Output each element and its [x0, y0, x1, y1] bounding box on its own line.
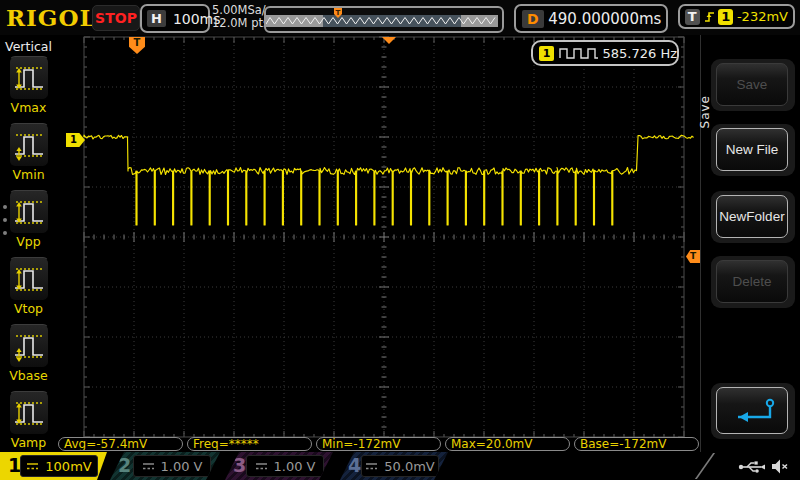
memory-preview-wave: T: [266, 8, 498, 29]
channel-scale-box: 1.00 V: [133, 455, 211, 477]
horizontal-timebase-box[interactable]: H 100ms: [140, 4, 210, 33]
channel-scale-box: 1.00 V: [246, 455, 324, 477]
softkey-well: Save: [711, 59, 795, 111]
bottom-bar-divider: [695, 453, 715, 479]
trigger-level-value: -232mV: [737, 9, 788, 24]
left-menu-title: Vertical: [0, 39, 57, 54]
measurement-freq: Freq=*****: [187, 437, 312, 451]
usb-icon: [738, 459, 766, 474]
vertical-item-vamp[interactable]: Vamp: [0, 391, 57, 456]
channel-number: 4: [348, 454, 361, 476]
dc-coupling-icon: [142, 462, 155, 471]
square-wave-icon: [559, 46, 598, 60]
measure-item-label: Vamp: [0, 435, 57, 450]
measurement-results-bar: Avg=-57.4mVFreq=*****Min=-172mVMax=20.0m…: [58, 437, 699, 451]
channel-number: 2: [118, 454, 131, 476]
vertical-item-vtop[interactable]: Vtop: [0, 257, 57, 322]
vmin-measure-icon: [9, 123, 49, 167]
measure-item-label: Vtop: [0, 301, 57, 316]
trigger-delay-box[interactable]: D 490.000000ms: [514, 4, 668, 33]
measure-item-label: Vmax: [0, 100, 57, 115]
trigger-status-box[interactable]: T 1 -232mV: [678, 4, 795, 29]
channel-scale-value: 1.00 V: [161, 459, 203, 474]
dc-coupling-icon: [26, 462, 39, 471]
memory-depth: 12.0M pts: [212, 17, 272, 30]
back-button-well: [711, 383, 795, 439]
channel-3-tab[interactable]: 31.00 V: [225, 452, 333, 480]
measure-item-label: Vpp: [0, 234, 57, 249]
softkey-well: Delete: [711, 256, 795, 308]
frequency-counter: 1 585.726 Hz: [531, 40, 679, 66]
graticule-and-trace: [57, 35, 700, 452]
vbase-measure-icon: [9, 324, 49, 368]
vertical-item-vmax[interactable]: Vmax: [0, 56, 57, 121]
dc-coupling-icon: [365, 462, 378, 471]
vtop-measure-icon: [9, 257, 49, 301]
menu-back-button[interactable]: [716, 387, 788, 434]
channel-scale-value: 100mV: [45, 459, 91, 474]
vpp-measure-icon: [9, 190, 49, 234]
save-menu: Save SaveNew FileNewFolderDelete: [700, 35, 800, 452]
vmax-measure-icon: [9, 56, 49, 100]
measurement-max: Max=20.0mV: [445, 437, 570, 451]
channel-scale-box: 100mV: [20, 455, 98, 477]
vertical-item-vmin[interactable]: Vmin: [0, 123, 57, 188]
freq-counter-value: 585.726 Hz: [603, 46, 678, 61]
measure-item-label: Vmin: [0, 167, 57, 182]
svg-text:T: T: [336, 9, 341, 17]
measurement-min: Min=-172mV: [316, 437, 441, 451]
measurement-base: Base=-172mV: [574, 437, 699, 451]
delay-label: D: [522, 10, 544, 28]
vertical-measure-menu: Vertical VmaxVminVppVtopVbaseVamp: [0, 35, 58, 452]
window-center-icon: [382, 37, 396, 44]
menu-button-newfolder[interactable]: NewFolder: [716, 195, 788, 238]
dc-coupling-icon: [255, 462, 268, 471]
speaker-muted-icon[interactable]: [770, 458, 789, 475]
vertical-item-vpp[interactable]: Vpp: [0, 190, 57, 255]
return-arrow-icon: [724, 395, 780, 427]
scope-display: 1 T T 1 585.726 Hz Avg=-57.4mVFreq=*****…: [57, 35, 700, 452]
run-state-badge[interactable]: STOP: [92, 5, 140, 31]
softkey-well: NewFolder: [711, 191, 795, 243]
waveform-memory-preview[interactable]: T: [264, 6, 504, 33]
menu-button-delete[interactable]: Delete: [716, 260, 788, 303]
channel-1-tab[interactable]: 1100mV: [0, 452, 107, 480]
channel-scale-value: 50.0mV: [384, 459, 435, 474]
channel-4-tab[interactable]: 450.0mV: [340, 452, 448, 480]
softkey-well: New File: [711, 124, 795, 176]
channel-scale-value: 1.00 V: [274, 459, 316, 474]
measurement-avg: Avg=-57.4mV: [58, 437, 183, 451]
menu-button-new-file[interactable]: New File: [716, 128, 788, 171]
menu-page-dots: [3, 205, 7, 235]
vertical-item-vbase[interactable]: Vbase: [0, 324, 57, 389]
rigol-logo: RIGOL: [6, 4, 97, 31]
horizontal-label: H: [147, 10, 166, 27]
measure-item-label: Vbase: [0, 368, 57, 383]
rising-edge-icon: [704, 9, 715, 24]
freq-counter-channel-badge: 1: [539, 46, 554, 61]
menu-button-save[interactable]: Save: [716, 63, 788, 106]
channel-status-bar: 1100mV21.00 V31.00 V450.0mV: [0, 452, 800, 480]
top-status-bar: RIGOL STOP H 100ms 5.00MSa/s 12.0M pts T…: [0, 0, 800, 36]
channel-2-tab[interactable]: 21.00 V: [110, 452, 220, 480]
channel-number: 3: [233, 454, 246, 476]
oscilloscope-screen: RIGOL STOP H 100ms 5.00MSa/s 12.0M pts T…: [0, 0, 800, 480]
trigger-label: T: [685, 9, 700, 25]
channel-scale-box: 50.0mV: [361, 455, 439, 477]
delay-value: 490.000000ms: [544, 10, 666, 28]
acquisition-info: 5.00MSa/s 12.0M pts: [212, 4, 272, 30]
vamp-measure-icon: [9, 391, 49, 435]
trigger-source-badge: 1: [718, 9, 733, 25]
